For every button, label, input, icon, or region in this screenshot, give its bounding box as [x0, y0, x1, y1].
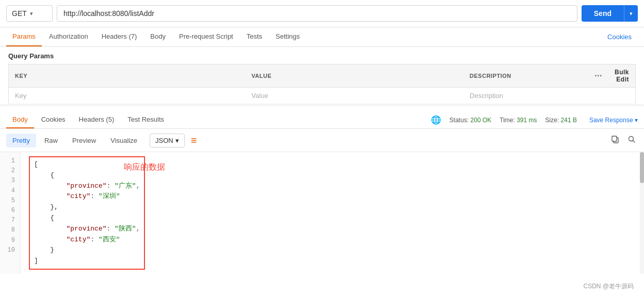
- line-num-6: 6: [0, 206, 20, 216]
- tab-authorization[interactable]: Authorization: [43, 27, 94, 46]
- tab-tests[interactable]: Tests: [240, 27, 268, 46]
- size-value: 241 B: [561, 117, 577, 124]
- time-value: 391 ms: [517, 117, 537, 124]
- method-select[interactable]: GET ▾: [6, 5, 53, 22]
- code-line-10: ]: [34, 256, 140, 267]
- url-bar: GET ▾ Send ▾: [0, 0, 644, 27]
- line-num-1: 1: [0, 156, 20, 166]
- res-tab-headers[interactable]: Headers (5): [73, 111, 121, 128]
- svg-line-3: [633, 141, 635, 143]
- format-select[interactable]: JSON ▾: [150, 134, 185, 147]
- query-params-section: Query Params KEY VALUE DESCRIPTION ··· B…: [0, 47, 644, 104]
- table-row: Key Value Description: [9, 88, 636, 104]
- tab-body[interactable]: Body: [144, 27, 172, 46]
- format-select-chevron: ▾: [175, 137, 179, 144]
- format-bar: Pretty Raw Preview Visualize JSON ▾ ≡: [0, 129, 644, 152]
- format-actions: [609, 133, 638, 147]
- code-line-9: }: [34, 245, 140, 256]
- tab-headers[interactable]: Headers (7): [95, 27, 143, 46]
- scrollbar-track[interactable]: [640, 152, 644, 274]
- fmt-tab-preview[interactable]: Preview: [66, 134, 102, 147]
- code-line-8: "city": "西安": [34, 235, 140, 245]
- size-info: Size: 241 B: [545, 117, 577, 124]
- copy-button[interactable]: [609, 133, 621, 147]
- code-line-6: {: [34, 213, 140, 224]
- response-tabs-bar: Body Cookies Headers (5) Test Results 🌐 …: [0, 108, 644, 129]
- tab-settings[interactable]: Settings: [269, 27, 306, 46]
- globe-icon: 🌐: [431, 115, 441, 125]
- query-params-title: Query Params: [8, 52, 636, 60]
- col-header-value: VALUE: [245, 64, 463, 88]
- search-icon: [627, 135, 636, 143]
- col-header-key: KEY: [9, 64, 246, 88]
- bulk-cell: [608, 88, 636, 104]
- size-label: Size:: [545, 117, 559, 124]
- line-num-2: 2: [0, 166, 20, 176]
- col-header-bulk-edit[interactable]: Bulk Edit: [608, 64, 636, 88]
- response-status-bar: 🌐 Status: 200 OK Time: 391 ms Size: 241 …: [431, 115, 638, 125]
- send-dropdown-button[interactable]: ▾: [624, 5, 638, 22]
- request-tabs: Params Authorization Headers (7) Body Pr…: [0, 27, 644, 47]
- params-table: KEY VALUE DESCRIPTION ··· Bulk Edit Key …: [8, 64, 636, 104]
- scrollbar-thumb[interactable]: [640, 152, 644, 183]
- status-label-text: Status:: [449, 117, 469, 124]
- line-num-4: 4: [0, 186, 20, 196]
- line-num-3: 3: [0, 176, 20, 186]
- send-button-group: Send ▾: [582, 5, 638, 22]
- url-input[interactable]: [57, 5, 577, 22]
- code-line-3: "province": "广东",: [34, 181, 140, 192]
- key-placeholder[interactable]: Key: [9, 88, 246, 104]
- status-label: Status: 200 OK: [449, 117, 491, 124]
- format-select-value: JSON: [155, 137, 173, 144]
- line-numbers: 1 2 3 4 5 6 7 8 9 10: [0, 152, 21, 274]
- line-num-10: 10: [0, 245, 20, 255]
- line-num-5: 5: [0, 196, 20, 206]
- line-num-8: 8: [0, 225, 20, 235]
- res-tab-body[interactable]: Body: [6, 111, 34, 128]
- code-content: [ { "province": "广东", "city": "深圳" }, { …: [21, 152, 644, 274]
- response-annotation: 响应的数据: [124, 160, 165, 174]
- line-num-9: 9: [0, 236, 20, 245]
- copy-icon: [611, 135, 619, 143]
- svg-rect-1: [612, 136, 617, 141]
- tab-pre-request-script[interactable]: Pre-request Script: [173, 27, 239, 46]
- search-button[interactable]: [625, 133, 638, 147]
- time-info: Time: 391 ms: [500, 117, 537, 124]
- status-value: 200 OK: [471, 117, 492, 124]
- line-num-7: 7: [0, 216, 20, 225]
- save-response-button[interactable]: Save Response ▾: [589, 117, 638, 124]
- more-cell: [588, 88, 608, 104]
- col-header-more[interactable]: ···: [588, 64, 608, 88]
- code-line-5: },: [34, 202, 140, 213]
- fmt-tab-pretty[interactable]: Pretty: [6, 134, 36, 147]
- cookies-link[interactable]: Cookies: [601, 28, 638, 46]
- fmt-tab-raw[interactable]: Raw: [38, 134, 64, 147]
- description-placeholder[interactable]: Description: [463, 88, 588, 104]
- time-label: Time:: [500, 117, 515, 124]
- code-line-4: "city": "深圳": [34, 191, 140, 202]
- section-divider: [0, 104, 644, 106]
- fmt-tab-visualize[interactable]: Visualize: [104, 134, 143, 147]
- wrap-icon[interactable]: ≡: [191, 135, 197, 146]
- method-chevron: ▾: [30, 10, 33, 17]
- res-tab-test-results[interactable]: Test Results: [121, 111, 170, 128]
- col-header-description: DESCRIPTION: [463, 64, 588, 88]
- res-tab-cookies[interactable]: Cookies: [35, 111, 72, 128]
- method-value: GET: [12, 9, 27, 18]
- code-line-7: "province": "陕西",: [34, 224, 140, 235]
- tab-params[interactable]: Params: [6, 27, 42, 46]
- code-viewer: 1 2 3 4 5 6 7 8 9 10 [ { "province": "广东…: [0, 152, 644, 274]
- value-placeholder[interactable]: Value: [245, 88, 463, 104]
- send-button[interactable]: Send: [582, 5, 624, 22]
